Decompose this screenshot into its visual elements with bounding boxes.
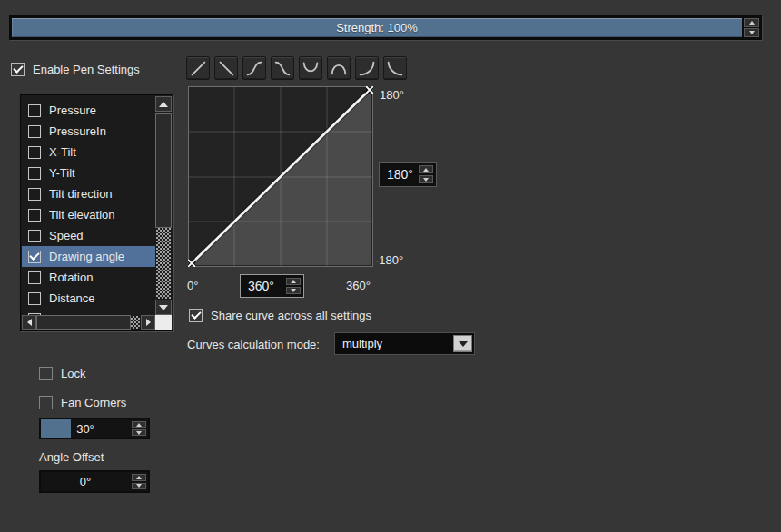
sensor-item-checkbox[interactable] [28,167,41,180]
curve-handle-end[interactable] [366,86,373,94]
sensor-item-label: Tilt elevation [49,208,115,222]
hscroll-track[interactable] [131,316,140,329]
curve-y-spin-down-button[interactable] [419,175,433,183]
share-curve-label: Share curve across all settings [211,309,371,322]
sensor-list-vscrollbar[interactable] [155,96,172,315]
up-arrow-icon [159,102,168,107]
sensor-item-rotation[interactable]: Rotation [22,267,155,288]
convex-descending-icon [385,58,405,78]
scroll-right-button[interactable] [141,315,155,330]
curve-y-spin-up-button[interactable] [419,165,433,173]
curve-x-value: 360° [248,275,274,297]
enable-pen-settings-checkbox[interactable] [11,63,25,76]
curve-y-value: 180° [387,163,413,186]
fan-corners-row[interactable]: Fan Corners [39,396,126,409]
curve-preset-toolbar [186,56,407,80]
s-curve-ascending-icon [244,58,264,78]
sensor-item-checkbox[interactable] [28,230,41,242]
vscroll-thumb[interactable] [155,113,172,228]
curve-preset-s-curve-ascending-button[interactable] [242,56,266,80]
scroll-up-button[interactable] [155,96,172,112]
share-curve-row[interactable]: Share curve across all settings [189,309,371,322]
sensor-item-pressurein[interactable]: PressureIn [22,121,155,142]
curve-preset-linear-descending-button[interactable] [214,56,238,80]
strength-spin-down-button[interactable] [744,28,759,37]
sensor-list-hscrollbar[interactable] [22,315,155,330]
sensor-item-distance[interactable]: Distance [22,288,155,309]
scroll-left-button[interactable] [22,315,36,330]
sensor-item-tilt-elevation[interactable]: Tilt elevation [22,204,155,225]
angle-offset-spinbox[interactable]: 0° [39,470,150,493]
curve-preset-concave-ascending-button[interactable] [355,56,379,80]
sensor-item-checkbox[interactable] [28,292,41,305]
vscroll-track[interactable] [156,228,171,299]
up-arrow-icon [136,423,142,427]
share-curve-checkbox[interactable] [189,309,203,322]
calc-mode-select[interactable]: multiply [334,332,475,355]
right-arrow-icon [146,319,151,326]
fan-angle-value: 30° [41,419,130,438]
curve-handle-start[interactable] [188,260,195,267]
up-arrow-icon [291,280,296,283]
sensor-list-viewport: PressurePressureInX-TiltY-TiltTilt direc… [22,96,155,315]
curve-y-max-label: 180° [380,88,404,102]
curve-editor[interactable] [188,86,373,270]
curve-preset-arch-button[interactable] [327,56,351,80]
up-arrow-icon [749,21,755,25]
up-arrow-icon [136,476,142,479]
curve-editor-canvas[interactable] [188,86,373,267]
hscroll-thumb[interactable] [36,315,131,330]
curve-preset-u-valley-button[interactable] [299,56,322,80]
fan-angle-spin-up-button[interactable] [132,421,146,428]
calc-mode-dropdown-button[interactable] [453,335,472,352]
enable-pen-settings-label: Enable Pen Settings [33,63,140,76]
sensor-item-checkbox[interactable] [28,188,41,201]
angle-offset-spin-down-button[interactable] [132,483,146,490]
lock-row[interactable]: Lock [39,367,85,380]
sensor-item-time[interactable]: Time [22,309,155,315]
curve-preset-s-curve-descending-button[interactable] [271,56,294,80]
sensor-item-label: Tilt direction [49,187,113,201]
fan-corners-label: Fan Corners [61,396,126,409]
sensor-item-drawing-angle[interactable]: Drawing angle [22,246,155,267]
fan-angle-spinbox[interactable]: 30° [39,418,150,439]
curve-y-spinbox[interactable]: 180° [379,162,437,187]
curve-preset-linear-ascending-button[interactable] [186,56,210,80]
enable-pen-settings-row[interactable]: Enable Pen Settings [11,63,140,76]
curve-x-spin-up-button[interactable] [286,278,301,285]
curve-x-max-label: 360° [346,279,371,292]
curve-y-min-label: -180° [375,253,403,267]
sensor-item-label: Y-Tilt [49,166,75,180]
sensor-item-speed[interactable]: Speed [22,225,155,246]
strength-spin-up-button[interactable] [744,18,759,27]
sensor-item-checkbox[interactable] [28,271,41,284]
sensor-item-checkbox[interactable] [28,104,41,117]
scroll-down-button[interactable] [155,300,172,315]
curve-x-spinbox[interactable]: 360° [240,274,304,298]
calc-mode-label: Curves calculation mode: [187,338,320,351]
lock-checkbox[interactable] [39,367,53,380]
sensor-item-y-tilt[interactable]: Y-Tilt [22,163,155,183]
curve-x-min-label: 0° [187,279,198,292]
scrollbar-corner [155,315,172,330]
s-curve-descending-icon [272,58,292,78]
curve-preset-convex-descending-button[interactable] [383,56,407,80]
sensor-item-x-tilt[interactable]: X-Tilt [22,142,155,163]
fan-angle-spin-down-button[interactable] [132,429,146,436]
sensor-item-label: PressureIn [49,124,106,138]
sensor-item-pressure[interactable]: Pressure [22,100,155,121]
sensor-item-tilt-direction[interactable]: Tilt direction [22,183,155,204]
linear-ascending-icon [188,58,208,78]
strength-slider-groove: Strength: 100% [12,18,742,37]
sensor-item-checkbox[interactable] [28,251,41,263]
lock-label: Lock [61,367,85,380]
sensor-item-checkbox[interactable] [28,209,41,222]
sensor-item-label: Rotation [49,271,93,284]
strength-slider[interactable]: Strength: 100% [9,15,762,40]
curve-x-spin-down-button[interactable] [286,287,301,294]
sensor-item-label: Drawing angle [49,250,124,263]
sensor-item-checkbox[interactable] [28,125,41,138]
sensor-item-checkbox[interactable] [28,146,41,159]
fan-corners-checkbox[interactable] [39,396,53,409]
angle-offset-spin-up-button[interactable] [132,474,146,481]
